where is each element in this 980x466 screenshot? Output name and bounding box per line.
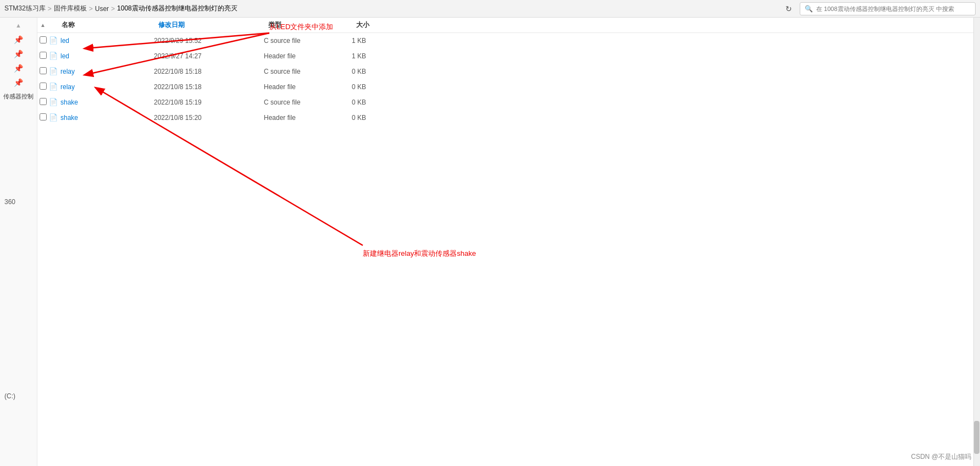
sidebar-label-sensor: 传感器控制 xyxy=(1,92,36,101)
file-size-6: 0 KB xyxy=(352,114,407,122)
sidebar-pin-3[interactable]: 📌 xyxy=(12,62,25,75)
table-row[interactable]: 📄 led 2022/9/29 15:52 C source file 1 KB xyxy=(37,33,980,48)
file-checkbox-3[interactable] xyxy=(37,67,48,76)
breadcrumb-sep-3: > xyxy=(111,5,115,13)
sidebar-pin-1[interactable]: 📌 xyxy=(12,33,25,46)
breadcrumb: STM32练习库 > 固件库模板 > User > 1008震动传感器控制继电器… xyxy=(4,4,780,13)
file-date-5: 2022/10/8 15:19 xyxy=(154,98,264,106)
file-icon-5: 📄 xyxy=(48,97,58,107)
column-type: 类型 xyxy=(268,20,356,30)
column-name: 名称 xyxy=(48,20,158,30)
main-layout: ▲ 📌 📌 📌 📌 传感器控制 ▲ 名称 修改日期 类型 大小 📄 led 20… xyxy=(0,18,980,466)
file-type-5: C source file xyxy=(264,98,352,106)
file-icon-2: 📄 xyxy=(48,51,58,61)
breadcrumb-sep-1: > xyxy=(48,5,52,13)
file-date-6: 2022/10/8 15:20 xyxy=(154,114,264,122)
file-checkbox-1[interactable] xyxy=(37,36,48,45)
scrollbar[interactable] xyxy=(973,18,980,466)
file-size-1: 1 KB xyxy=(352,37,407,45)
file-icon-1: 📄 xyxy=(48,36,58,46)
file-size-3: 0 KB xyxy=(352,68,407,75)
file-type-4: Header file xyxy=(264,83,352,91)
column-size: 大小 xyxy=(356,20,411,30)
breadcrumb-item-1[interactable]: STM32练习库 xyxy=(4,4,46,13)
sidebar-pin-2[interactable]: 📌 xyxy=(12,47,25,61)
search-icon: 🔍 xyxy=(805,5,813,13)
file-date-1: 2022/9/29 15:52 xyxy=(154,37,264,45)
table-row[interactable]: 📄 shake 2022/10/8 15:19 C source file 0 … xyxy=(37,95,980,110)
file-name-4: relay xyxy=(60,83,154,91)
content-area: ▲ 名称 修改日期 类型 大小 📄 led 2022/9/29 15:52 C … xyxy=(37,18,980,466)
breadcrumb-item-3[interactable]: User xyxy=(95,5,109,13)
table-row[interactable]: 📄 relay 2022/10/8 15:18 C source file 0 … xyxy=(37,64,980,79)
file-icon-3: 📄 xyxy=(48,67,58,76)
file-name-3: relay xyxy=(60,68,154,75)
top-bar-right: ↻ 🔍 xyxy=(782,2,976,15)
file-checkbox-6[interactable] xyxy=(37,113,48,122)
file-name-1: led xyxy=(60,37,154,45)
table-row[interactable]: 📄 led 2022/9/27 14:27 Header file 1 KB xyxy=(37,48,980,64)
file-date-2: 2022/9/27 14:27 xyxy=(154,52,264,60)
top-bar: STM32练习库 > 固件库模板 > User > 1008震动传感器控制继电器… xyxy=(0,0,980,18)
file-size-5: 0 KB xyxy=(352,98,407,106)
file-icon-4: 📄 xyxy=(48,82,58,92)
file-checkbox-2[interactable] xyxy=(37,52,48,61)
watermark: CSDN @不是山猫吗 xyxy=(911,452,971,462)
refresh-button[interactable]: ↻ xyxy=(782,2,795,15)
file-size-4: 0 KB xyxy=(352,83,407,91)
file-list-header: ▲ 名称 修改日期 类型 大小 xyxy=(37,18,980,33)
file-name-6: shake xyxy=(60,114,154,122)
file-date-3: 2022/10/8 15:18 xyxy=(154,68,264,75)
file-checkbox-5[interactable] xyxy=(37,98,48,107)
breadcrumb-item-2[interactable]: 固件库模板 xyxy=(54,4,87,13)
file-checkbox-4[interactable] xyxy=(37,83,48,91)
file-type-3: C source file xyxy=(264,68,352,75)
sort-arrow: ▲ xyxy=(37,22,48,28)
table-row[interactable]: 📄 shake 2022/10/8 15:20 Header file 0 KB xyxy=(37,110,980,125)
file-date-4: 2022/10/8 15:18 xyxy=(154,83,264,91)
search-box: 🔍 xyxy=(800,2,976,15)
sidebar-sort-arrow: ▲ xyxy=(15,22,21,29)
file-type-6: Header file xyxy=(264,114,352,122)
column-date[interactable]: 修改日期 xyxy=(158,20,268,30)
scrollbar-thumb[interactable] xyxy=(974,421,979,454)
file-name-5: shake xyxy=(60,98,154,106)
search-input[interactable] xyxy=(816,6,971,12)
breadcrumb-sep-2: > xyxy=(89,5,93,13)
breadcrumb-item-4[interactable]: 1008震动传感器控制继电器控制灯的亮灭 xyxy=(117,4,237,13)
file-type-1: C source file xyxy=(264,37,352,45)
page-number: 360 xyxy=(4,198,15,206)
drive-label: (C:) xyxy=(4,392,15,400)
file-size-2: 1 KB xyxy=(352,52,407,60)
file-name-2: led xyxy=(60,52,154,60)
file-icon-6: 📄 xyxy=(48,113,58,123)
table-row[interactable]: 📄 relay 2022/10/8 15:18 Header file 0 KB xyxy=(37,79,980,95)
file-type-2: Header file xyxy=(264,52,352,60)
sidebar-pin-4[interactable]: 📌 xyxy=(12,76,25,89)
